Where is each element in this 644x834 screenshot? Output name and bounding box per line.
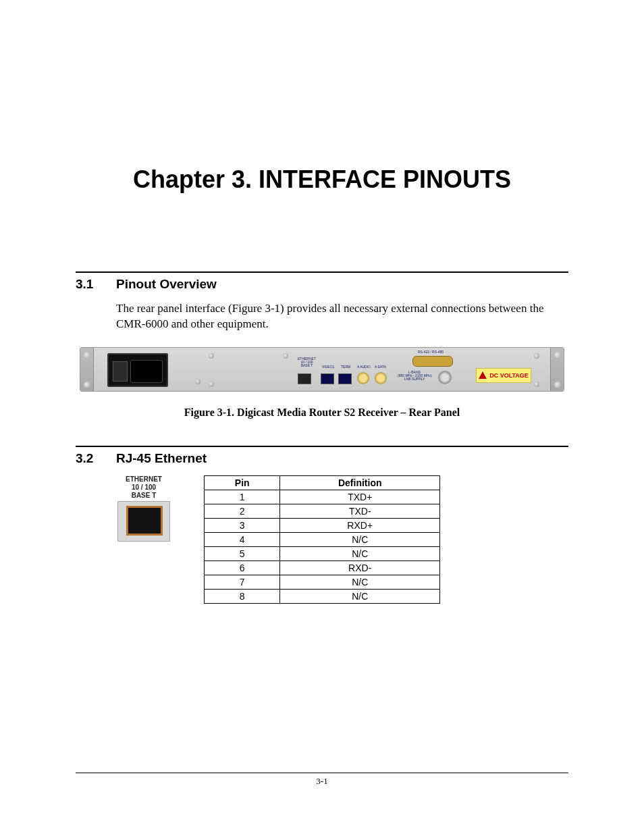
ethernet-figure-label-line1: ETHERNET <box>116 475 171 484</box>
def-cell: N/C <box>280 532 440 546</box>
ethernet-figure-label-line2: 10 / 100 <box>116 484 171 492</box>
dc-voltage-warning: DC VOLTAGE <box>476 368 531 383</box>
rj45-jack-inner <box>126 506 163 536</box>
audio-bnc-icon <box>357 372 369 384</box>
data-bnc-icon <box>375 372 387 384</box>
audio-label: A AUDIO <box>357 365 371 369</box>
term-port-icon <box>338 373 352 384</box>
table-header-row: Pin Definition <box>205 475 440 490</box>
power-switch-icon <box>113 361 128 382</box>
pin-cell: 5 <box>205 546 280 561</box>
section-rule <box>76 271 568 273</box>
table-row: 4N/C <box>205 532 440 546</box>
page-number: 3-1 <box>76 776 568 787</box>
iec-socket-icon <box>130 360 163 383</box>
rear-panel-illustration: ETHERNET 10 / 100 BASE T VIDEO1 TERM A A… <box>80 347 564 392</box>
screw-icon <box>534 382 539 387</box>
section-heading-3-2: 3.2 RJ-45 Ethernet <box>76 451 568 466</box>
section-heading-3-1: 3.1 Pinout Overview <box>76 277 568 292</box>
lband-label: L-BAND (950 MHz - 2150 MHz) LNB SUPPLY <box>398 371 431 382</box>
ethernet-port-icon <box>298 373 311 384</box>
def-cell: N/C <box>280 589 440 603</box>
warning-triangle-icon <box>479 371 487 379</box>
serial-label: RS-422 / RS-485 <box>418 350 444 354</box>
screw-icon <box>209 353 214 359</box>
figure-3-1-caption: Figure 3-1. Digicast Media Router S2 Rec… <box>76 407 568 419</box>
col-header-definition: Definition <box>280 475 440 490</box>
pin-cell: 7 <box>205 575 280 589</box>
video1-port-icon <box>321 373 334 384</box>
screw-icon <box>534 353 539 359</box>
ethernet-jack-figure: ETHERNET 10 / 100 BASE T <box>116 475 171 542</box>
table-row: 2TXD- <box>205 504 440 518</box>
table-row: 1TXD+ <box>205 490 440 504</box>
table-row: 8N/C <box>205 589 440 603</box>
term-label: TERM <box>341 365 350 369</box>
table-row: 5N/C <box>205 546 440 561</box>
serial-db-connector-icon <box>412 356 453 367</box>
video1-label: VIDEO1 <box>322 365 334 369</box>
figure-3-1: ETHERNET 10 / 100 BASE T VIDEO1 TERM A A… <box>76 347 568 419</box>
section-number: 3.1 <box>76 277 116 292</box>
rack-ear-left <box>80 348 94 392</box>
pin-cell: 6 <box>205 561 280 575</box>
ethernet-figure-label-line3: BASE T <box>116 492 171 500</box>
pin-cell: 4 <box>205 532 280 546</box>
dc-voltage-text: DC VOLTAGE <box>489 372 529 379</box>
table-row: 7N/C <box>205 575 440 589</box>
section-number: 3.2 <box>76 451 116 466</box>
def-cell: RXD- <box>280 561 440 575</box>
section-3-1-body: The rear panel interface (Figure 3-1) pr… <box>116 301 568 332</box>
rack-ear-right <box>550 348 564 392</box>
table-row: 3RXD+ <box>205 518 440 532</box>
pinout-table: Pin Definition 1TXD+ 2TXD- 3RXD+ 4N/C 5N… <box>204 475 440 604</box>
rj45-jack-icon <box>117 501 170 542</box>
section-rule <box>76 446 568 447</box>
def-cell: RXD+ <box>280 518 440 532</box>
chapter-title: Chapter 3. INTERFACE PINOUTS <box>76 165 568 194</box>
pin-cell: 2 <box>205 504 280 518</box>
def-cell: N/C <box>280 546 440 561</box>
power-inlet-icon <box>107 353 168 387</box>
table-row: 6RXD- <box>205 561 440 575</box>
screw-icon <box>209 382 214 387</box>
page-footer: 3-1 <box>76 773 568 787</box>
def-cell: TXD- <box>280 504 440 518</box>
section-title: RJ-45 Ethernet <box>116 451 207 466</box>
def-cell: TXD+ <box>280 490 440 504</box>
footer-rule <box>76 773 568 773</box>
section-3-2-content: ETHERNET 10 / 100 BASE T Pin Definition … <box>116 475 568 604</box>
document-page: Chapter 3. INTERFACE PINOUTS 3.1 Pinout … <box>0 0 644 834</box>
def-cell: N/C <box>280 575 440 589</box>
col-header-pin: Pin <box>205 475 280 490</box>
lband-input-icon <box>438 371 452 384</box>
pin-cell: 8 <box>205 589 280 603</box>
pin-cell: 1 <box>205 490 280 504</box>
ethernet-port-label: ETHERNET 10 / 100 BASE T <box>298 357 316 368</box>
pin-cell: 3 <box>205 518 280 532</box>
data-label: A DATA <box>375 365 386 369</box>
section-title: Pinout Overview <box>116 277 217 292</box>
ground-stud-icon <box>195 379 200 384</box>
screw-icon <box>283 353 288 359</box>
